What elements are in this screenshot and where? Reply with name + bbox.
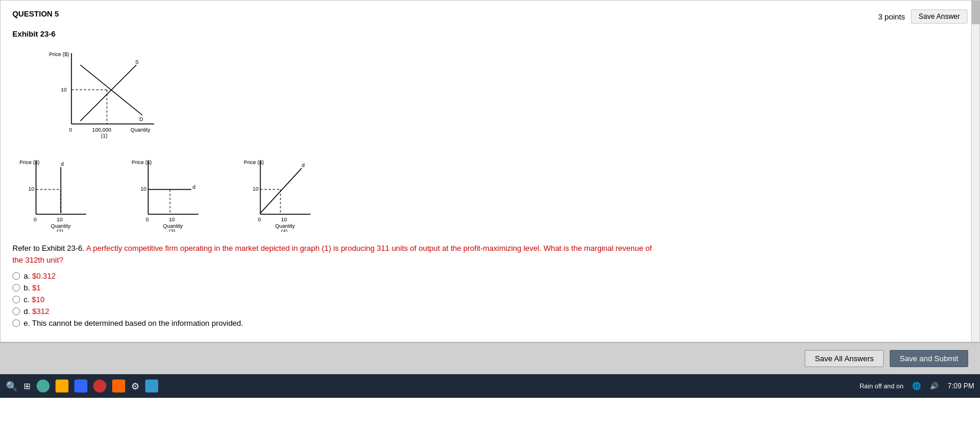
scrollbar-thumb[interactable]	[972, 1, 980, 24]
svg-text:0: 0	[69, 127, 72, 133]
graphs-area: Price ($) 0 100,000 Quantity (1) 10 S D	[12, 47, 968, 234]
svg-text:d: d	[61, 161, 64, 167]
top-graph: Price ($) 0 100,000 Quantity (1) 10 S D	[48, 47, 166, 143]
taskbar-left: 🔍 ⊞ ⚙	[6, 380, 158, 392]
options-list: a. $0.312 b. $1 c. $10 d. $312 e. This c…	[12, 271, 968, 328]
svg-text:d: d	[192, 184, 195, 190]
svg-text:10: 10	[169, 217, 175, 223]
svg-text:(3): (3)	[169, 228, 175, 232]
main-content: QUESTION 5 3 points Save Answer Exhibit …	[0, 0, 980, 342]
option-a: a. $0.312	[12, 271, 968, 280]
network-icon: 🌐	[912, 382, 921, 390]
graph-3-svg: Price ($) 0 10 Quantity (3) 10 d	[130, 155, 207, 232]
graph-2-svg: Price ($) 0 10 Quantity (2) 10 d	[18, 155, 95, 232]
exhibit-title: Exhibit 23-6	[12, 30, 968, 38]
svg-text:0: 0	[146, 217, 149, 223]
browser-icon[interactable]	[37, 380, 50, 392]
sound-icon: 🔊	[930, 382, 939, 390]
search-icon[interactable]: 🔍	[6, 381, 18, 392]
svg-text:S: S	[135, 59, 139, 65]
option-d: d. $312	[12, 307, 968, 316]
radio-e[interactable]	[12, 319, 20, 327]
file-explorer-icon[interactable]	[55, 380, 68, 392]
app-icon-2[interactable]	[112, 380, 125, 392]
save-answer-button[interactable]: Save Answer	[911, 9, 968, 24]
svg-text:Price ($): Price ($)	[244, 159, 264, 165]
svg-text:10: 10	[61, 87, 67, 93]
svg-line-46	[260, 168, 302, 213]
graph-1-svg: Price ($) 0 100,000 Quantity (1) 10 S D	[48, 47, 166, 142]
radio-d[interactable]	[12, 307, 20, 315]
svg-text:(2): (2)	[57, 228, 63, 232]
svg-text:Price ($): Price ($)	[49, 51, 69, 57]
graph-2-container: Price ($) 0 10 Quantity (2) 10 d	[18, 155, 95, 234]
svg-text:Price ($): Price ($)	[19, 159, 40, 165]
svg-text:Price ($): Price ($)	[132, 159, 152, 165]
svg-text:d: d	[302, 162, 305, 168]
graph-4-svg: Price ($) 0 10 Quantity (4) 10 d	[243, 155, 319, 232]
svg-text:10: 10	[57, 217, 63, 223]
graph-4-container: Price ($) 0 10 Quantity (4) 10 d	[243, 155, 319, 234]
scrollbar[interactable]	[971, 1, 979, 342]
bottom-graphs: Price ($) 0 10 Quantity (2) 10 d	[18, 155, 319, 234]
svg-text:100,000: 100,000	[92, 127, 112, 133]
question-text: Refer to Exhibit 23-6. A perfectly compe…	[12, 243, 662, 266]
app-icon-1[interactable]	[93, 380, 106, 392]
taskbar-right: Rain off and on 🌐 🔊 7:09 PM	[860, 382, 974, 390]
svg-text:0: 0	[258, 217, 261, 223]
svg-text:0: 0	[34, 217, 37, 223]
option-b-label: b. $1	[24, 283, 41, 292]
email-icon[interactable]	[74, 380, 87, 392]
question-title: QUESTION 5	[12, 9, 59, 18]
svg-text:(1): (1)	[101, 133, 107, 139]
weather-text: Rain off and on	[860, 382, 903, 390]
app-icon-3[interactable]	[145, 380, 158, 392]
option-e-label: e. This cannot be determined based on th…	[24, 319, 243, 328]
svg-text:D: D	[139, 116, 143, 122]
svg-text:(4): (4)	[281, 228, 288, 232]
taskview-icon[interactable]: ⊞	[24, 381, 31, 391]
time-display: 7:09 PM	[948, 382, 974, 390]
points-label: 3 points	[878, 12, 905, 21]
question-header: QUESTION 5 3 points Save Answer	[12, 9, 968, 24]
svg-line-9	[80, 65, 136, 121]
option-e: e. This cannot be determined based on th…	[12, 319, 968, 328]
taskbar: 🔍 ⊞ ⚙ Rain off and on 🌐 🔊 7:09 PM	[0, 374, 980, 398]
option-a-label: a. $0.312	[24, 271, 55, 280]
svg-text:Quantity: Quantity	[130, 127, 151, 133]
settings-icon[interactable]: ⚙	[131, 381, 139, 392]
svg-text:10: 10	[141, 186, 146, 192]
save-and-submit-button[interactable]: Save and Submit	[890, 350, 968, 367]
svg-text:10: 10	[281, 217, 287, 223]
option-d-label: d. $312	[24, 307, 49, 316]
option-c: c. $10	[12, 295, 968, 304]
save-all-answers-button[interactable]: Save All Answers	[805, 350, 884, 367]
footer-bar: Save All Answers Save and Submit	[0, 342, 980, 374]
points-area: 3 points Save Answer	[878, 9, 968, 24]
option-c-label: c. $10	[24, 295, 44, 304]
option-b: b. $1	[12, 283, 968, 292]
svg-text:10: 10	[253, 186, 259, 192]
svg-text:10: 10	[28, 186, 34, 192]
radio-b[interactable]	[12, 284, 20, 292]
radio-a[interactable]	[12, 272, 20, 280]
radio-c[interactable]	[12, 296, 20, 303]
graph-3-container: Price ($) 0 10 Quantity (3) 10 d	[130, 155, 207, 234]
